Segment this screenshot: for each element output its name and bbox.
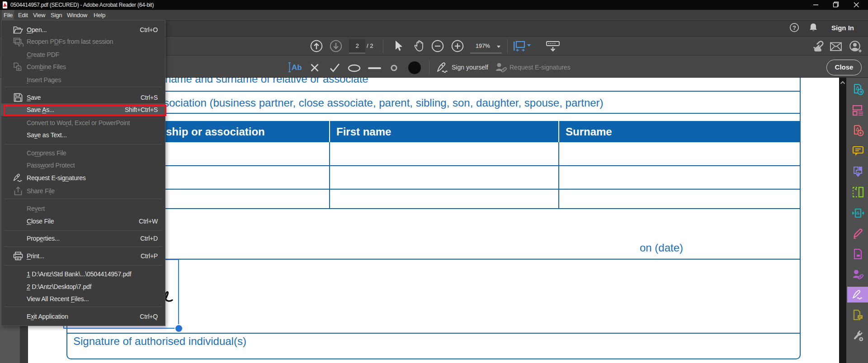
svg-text:Ab: Ab — [292, 63, 302, 72]
svg-text:?: ? — [793, 24, 796, 31]
